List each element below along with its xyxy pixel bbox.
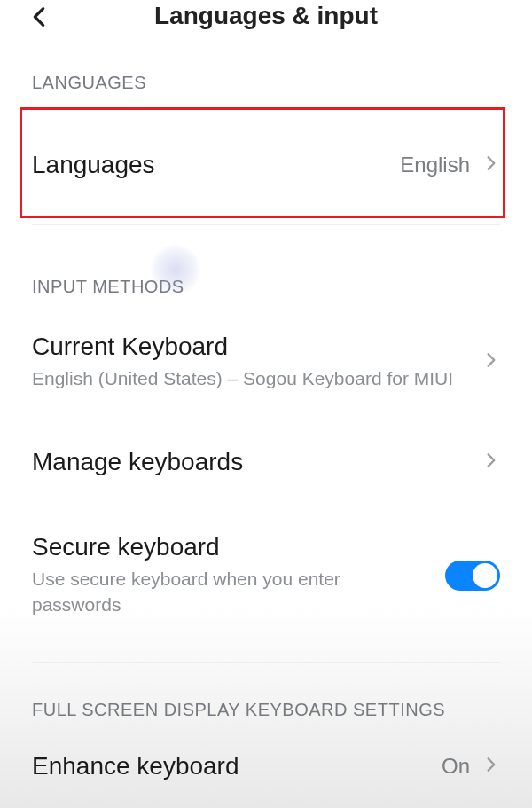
current-keyboard-subtitle: English (United States) – Sogou Keyboard…	[32, 366, 482, 391]
page-title: Languages & input	[18, 2, 514, 30]
languages-title: Languages	[32, 151, 400, 179]
back-icon[interactable]	[27, 4, 51, 33]
current-keyboard-row[interactable]: Current Keyboard English (United States)…	[0, 333, 532, 391]
enhance-keyboard-row[interactable]: Enhance keyboard On	[0, 752, 532, 781]
secure-keyboard-toggle[interactable]	[445, 561, 500, 591]
enhance-keyboard-value: On	[442, 754, 470, 779]
chevron-right-icon	[482, 752, 500, 781]
manage-keyboards-row[interactable]: Manage keyboards	[0, 448, 532, 476]
secure-keyboard-row[interactable]: Secure keyboard Use secure keyboard when…	[0, 533, 532, 617]
secure-keyboard-title: Secure keyboard	[32, 533, 427, 561]
toggle-knob	[473, 563, 497, 588]
secure-keyboard-subtitle: Use secure keyboard when you enter passw…	[32, 567, 427, 617]
current-keyboard-title: Current Keyboard	[32, 333, 482, 361]
languages-value: English	[400, 153, 470, 177]
manage-keyboards-title: Manage keyboards	[32, 448, 482, 476]
enhance-keyboard-title: Enhance keyboard	[32, 752, 442, 781]
divider	[32, 224, 500, 225]
languages-row[interactable]: Languages English	[0, 116, 532, 214]
section-header-input-methods: INPUT METHODS	[0, 277, 532, 297]
chevron-right-icon	[482, 348, 500, 376]
chevron-right-icon	[482, 448, 500, 476]
chevron-right-icon	[482, 151, 500, 179]
divider	[32, 662, 500, 663]
section-header-full-screen: FULL SCREEN DISPLAY KEYBOARD SETTINGS	[0, 700, 532, 720]
section-header-languages: LANGUAGES	[0, 73, 532, 93]
